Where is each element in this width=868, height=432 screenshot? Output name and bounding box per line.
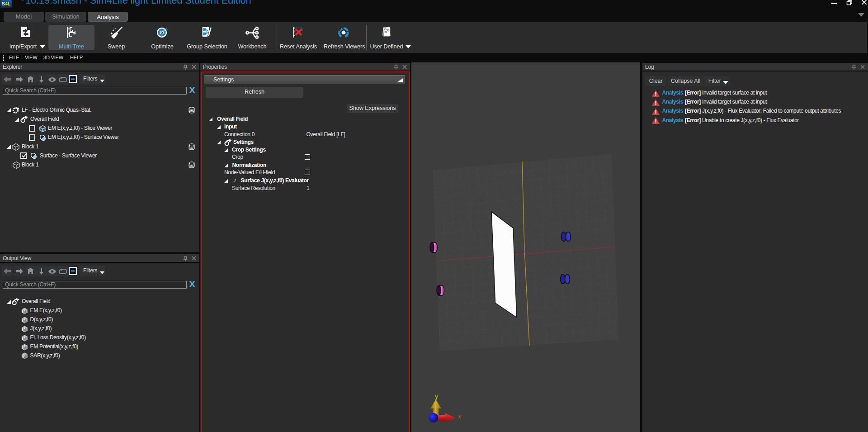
svg-text:x: x <box>458 414 461 420</box>
svg-text:y: y <box>435 394 438 400</box>
